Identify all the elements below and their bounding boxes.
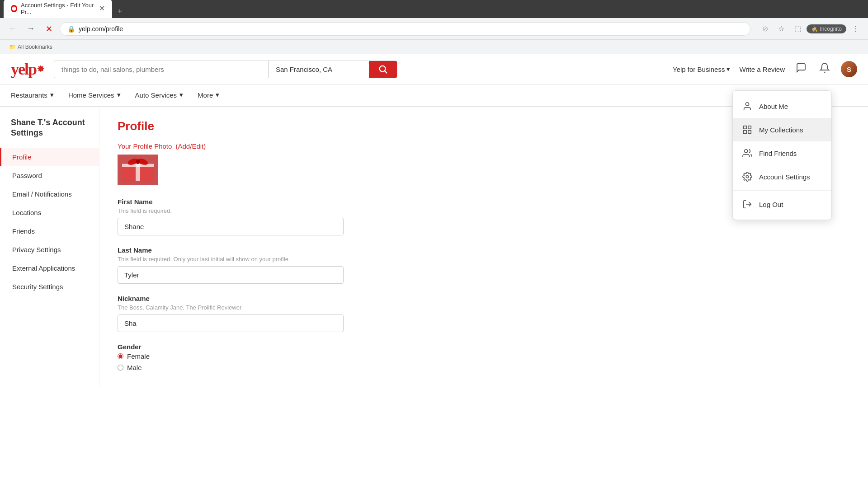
svg-point-17 xyxy=(746,175,749,178)
nav-restaurants[interactable]: Restaurants ▾ xyxy=(11,84,54,106)
gender-male-option[interactable]: Male xyxy=(118,364,443,371)
svg-rect-14 xyxy=(748,131,751,133)
avatar-initials: S xyxy=(847,66,851,73)
bookmarks-folder[interactable]: 📁 All Bookmarks xyxy=(5,42,56,52)
profile-photo-section: Your Profile Photo (Add/Edit) xyxy=(118,142,443,185)
friends-icon xyxy=(742,148,753,159)
last-name-hint: This field is required. Only your last i… xyxy=(118,256,443,263)
first-name-section: First Name This field is required. xyxy=(118,198,443,235)
svg-rect-15 xyxy=(744,131,746,133)
write-review-button[interactable]: Write a Review xyxy=(739,66,785,73)
address-bar[interactable]: 🔒 yelp.com/profile xyxy=(60,22,750,36)
cast-icon[interactable]: ⊘ xyxy=(758,22,772,36)
svg-point-0 xyxy=(12,7,16,11)
yelp-business-button[interactable]: Yelp for Business ▾ xyxy=(673,65,730,73)
home-services-chevron-icon: ▾ xyxy=(117,91,121,99)
yelp-logo-text: yelp xyxy=(11,60,36,79)
yelp-business-chevron-icon: ▾ xyxy=(726,65,730,73)
yelp-business-label: Yelp for Business xyxy=(673,66,725,73)
account-settings-label: Account Settings xyxy=(759,173,810,181)
dropdown-divider xyxy=(733,190,831,191)
svg-rect-13 xyxy=(748,126,751,129)
search-button[interactable] xyxy=(369,61,397,78)
nickname-hint: The Boss, Calamity Jane, The Prolific Re… xyxy=(118,304,443,311)
nickname-section: Nickname The Boss, Calamity Jane, The Pr… xyxy=(118,295,443,332)
bookmarks-label: All Bookmarks xyxy=(18,44,52,50)
sidebar-item-locations[interactable]: Locations xyxy=(0,203,99,222)
gender-female-radio[interactable] xyxy=(118,353,123,359)
sidebar-item-security-settings[interactable]: Security Settings xyxy=(0,277,99,296)
messages-icon[interactable] xyxy=(794,61,808,78)
first-name-label: First Name xyxy=(118,198,443,206)
gender-male-label: Male xyxy=(127,364,142,371)
tab-favicon xyxy=(11,5,17,12)
incognito-badge: 🕵 Incognito xyxy=(807,24,846,33)
sidebar-item-friends[interactable]: Friends xyxy=(0,222,99,240)
active-tab[interactable]: Account Settings - Edit Your Pr... ✕ xyxy=(4,0,112,18)
profile-manager-icon[interactable]: ⬚ xyxy=(790,22,805,36)
first-name-hint: This field is required. xyxy=(118,207,443,214)
nav-auto-services[interactable]: Auto Services ▾ xyxy=(135,84,184,106)
new-tab-button[interactable]: + xyxy=(112,5,128,18)
auto-services-chevron-icon: ▾ xyxy=(179,91,183,99)
security-icon: 🔒 xyxy=(67,25,75,33)
gender-female-label: Female xyxy=(127,352,150,360)
sidebar-item-email-notifications[interactable]: Email / Notifications xyxy=(0,185,99,203)
svg-point-10 xyxy=(136,160,140,164)
gender-section: Gender Female Male xyxy=(118,343,443,371)
nav-home-services[interactable]: Home Services ▾ xyxy=(68,84,121,106)
incognito-label: Incognito xyxy=(820,26,842,32)
yelp-star-icon: ✸ xyxy=(37,63,45,75)
reload-button[interactable]: ✕ xyxy=(42,22,56,36)
tab-close-button[interactable]: ✕ xyxy=(99,5,105,12)
my-collections-label: My Collections xyxy=(759,126,803,134)
forward-button[interactable]: → xyxy=(24,22,38,36)
dropdown-item-my-collections[interactable]: My Collections xyxy=(733,118,831,141)
yelp-logo[interactable]: yelp ✸ xyxy=(11,60,45,79)
profile-content: Profile Your Profile Photo (Add/Edit) xyxy=(99,107,461,388)
profile-title: Profile xyxy=(118,119,443,133)
dropdown-item-log-out[interactable]: Log Out xyxy=(733,192,831,216)
sidebar-item-privacy-settings[interactable]: Privacy Settings xyxy=(0,240,99,259)
search-input[interactable] xyxy=(54,61,268,78)
photo-edit-link[interactable]: (Add/Edit) xyxy=(176,142,206,150)
sidebar-item-password[interactable]: Password xyxy=(0,166,99,185)
sidebar: Shane T.'s Account Settings Profile Pass… xyxy=(0,107,99,388)
dropdown-item-account-settings[interactable]: Account Settings xyxy=(733,165,831,188)
location-input[interactable] xyxy=(269,61,369,78)
person-icon xyxy=(742,101,753,112)
log-out-label: Log Out xyxy=(759,201,783,208)
svg-point-11 xyxy=(745,103,749,106)
notifications-icon[interactable] xyxy=(817,61,832,78)
bookmark-icon[interactable]: ☆ xyxy=(774,22,788,36)
avatar[interactable]: S xyxy=(841,61,857,77)
profile-photo xyxy=(118,155,158,185)
logout-icon xyxy=(742,199,753,210)
last-name-section: Last Name This field is required. Only y… xyxy=(118,246,443,284)
url-text: yelp.com/profile xyxy=(79,25,743,33)
incognito-icon: 🕵 xyxy=(811,26,818,32)
svg-rect-12 xyxy=(744,126,746,129)
gender-male-radio[interactable] xyxy=(118,365,123,371)
nav-more[interactable]: More ▾ xyxy=(198,84,219,106)
profile-photo-image xyxy=(118,155,158,185)
search-bar xyxy=(54,61,397,78)
nickname-input[interactable] xyxy=(118,314,344,332)
user-dropdown-menu: About Me My Collections xyxy=(732,90,832,220)
bookmarks-folder-icon: 📁 xyxy=(9,44,16,50)
tab-title: Account Settings - Edit Your Pr... xyxy=(21,2,95,15)
sidebar-item-profile[interactable]: Profile xyxy=(0,148,99,166)
dropdown-item-about-me[interactable]: About Me xyxy=(733,94,831,118)
profile-photo-label: Your Profile Photo (Add/Edit) xyxy=(118,142,443,150)
sidebar-item-external-applications[interactable]: External Applications xyxy=(0,259,99,277)
dropdown-item-find-friends[interactable]: Find Friends xyxy=(733,141,831,165)
collections-icon xyxy=(742,124,753,135)
last-name-input[interactable] xyxy=(118,266,344,284)
gender-female-option[interactable]: Female xyxy=(118,352,443,360)
back-button[interactable]: ← xyxy=(5,22,20,36)
first-name-input[interactable] xyxy=(118,218,344,235)
menu-button[interactable]: ⋮ xyxy=(848,22,863,36)
search-icon xyxy=(378,64,388,74)
more-chevron-icon: ▾ xyxy=(216,91,219,99)
svg-point-1 xyxy=(380,66,386,72)
